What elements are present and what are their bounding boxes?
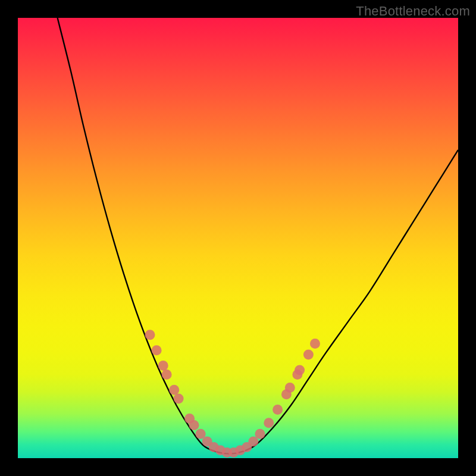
data-point (303, 350, 314, 360)
chart-svg (18, 18, 458, 458)
data-point (295, 365, 305, 375)
data-point (189, 420, 199, 430)
bottleneck-curve (58, 18, 458, 454)
data-point (174, 394, 184, 404)
data-point (169, 385, 179, 395)
curve-markers (145, 330, 321, 458)
data-point (162, 369, 172, 380)
data-point (255, 429, 265, 439)
data-point (158, 361, 168, 371)
data-point (145, 330, 155, 340)
curve-lines (58, 18, 458, 454)
data-point (285, 383, 295, 393)
data-point (264, 418, 274, 428)
chart-frame: TheBottleneck.com (0, 0, 476, 476)
data-point (152, 345, 162, 355)
plot-area (18, 18, 458, 458)
data-point (273, 405, 283, 415)
watermark-text: TheBottleneck.com (356, 4, 470, 19)
data-point (310, 339, 320, 349)
